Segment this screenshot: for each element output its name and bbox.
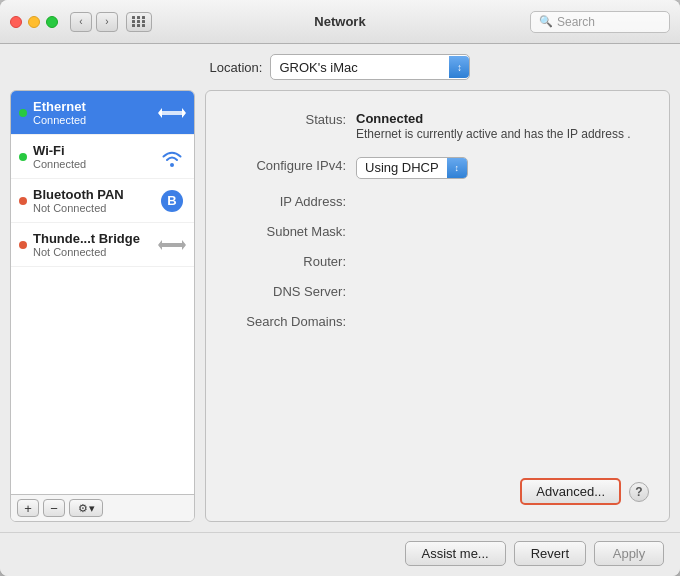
status-value: Connected [356,111,649,126]
status-desc2: . [627,127,630,141]
assist-me-button[interactable]: Assist me... [405,541,506,566]
configure-row: Configure IPv4: Using DHCP ↕ [226,157,649,179]
grid-button[interactable] [126,12,152,32]
bluetooth-status: Not Connected [33,202,154,214]
bluetooth-name: Bluetooth PAN [33,187,154,202]
network-settings-button[interactable]: ⚙ ▾ [69,499,103,517]
wifi-icon [160,147,184,167]
close-button[interactable] [10,16,22,28]
grid-icon [132,16,146,27]
status-desc-text: Ethernet is currently active and has the… [356,127,624,141]
status-row: Status: Connected Ethernet is currently … [226,111,649,143]
sidebar-item-thunderbolt[interactable]: Thunde...t Bridge Not Connected [11,223,194,267]
ip-address-label: IP Address: [226,193,356,209]
minimize-button[interactable] [28,16,40,28]
subnet-mask-row: Subnet Mask: [226,223,649,239]
gear-arrow-icon: ▾ [89,502,95,515]
forward-button[interactable]: › [96,12,118,32]
search-box[interactable]: 🔍 Search [530,11,670,33]
ethernet-status: Connected [33,114,154,126]
ethernet-status-dot [19,109,27,117]
sidebar-item-bluetooth[interactable]: Bluetooth PAN Not Connected B [11,179,194,223]
bluetooth-status-dot [19,197,27,205]
ip-address-row: IP Address: [226,193,649,209]
svg-marker-5 [158,240,162,250]
bluetooth-icon-container: B [158,187,186,215]
wifi-name: Wi-Fi [33,143,154,158]
status-block: Connected Ethernet is currently active a… [356,111,649,143]
configure-value: Using DHCP [357,160,447,175]
location-bar: Location: GROK's iMac ↕ [0,44,680,90]
thunderbolt-icon-container [158,231,186,259]
window-title: Network [314,14,365,29]
bluetooth-icon: B [161,190,183,212]
thunderbolt-name: Thunde...t Bridge [33,231,154,246]
svg-point-3 [170,163,174,167]
router-row: Router: [226,253,649,269]
wifi-text: Wi-Fi Connected [33,143,154,170]
svg-marker-1 [158,108,162,118]
titlebar: ‹ › Network 🔍 Search [0,0,680,44]
thunderbolt-status: Not Connected [33,246,154,258]
dns-row: DNS Server: [226,283,649,299]
location-label: Location: [210,60,263,75]
bottom-bar: Assist me... Revert Apply [0,532,680,576]
dns-label: DNS Server: [226,283,356,299]
wifi-status-dot [19,153,27,161]
traffic-lights [10,16,58,28]
location-value: GROK's iMac [279,60,449,75]
remove-network-button[interactable]: − [43,499,65,517]
thunderbolt-arrows-icon [158,236,186,254]
maximize-button[interactable] [46,16,58,28]
configure-label: Configure IPv4: [226,157,356,173]
svg-rect-0 [159,111,185,115]
svg-rect-4 [159,243,185,247]
sidebar: Ethernet Connected Wi- [10,90,195,522]
thunderbolt-text: Thunde...t Bridge Not Connected [33,231,154,258]
ethernet-icon [158,99,186,127]
search-icon: 🔍 [539,15,553,28]
wifi-icon-container [158,143,186,171]
ethernet-name: Ethernet [33,99,154,114]
nav-buttons: ‹ › [70,12,118,32]
location-dropdown[interactable]: GROK's iMac ↕ [270,54,470,80]
ethernet-text: Ethernet Connected [33,99,154,126]
network-list: Ethernet Connected Wi- [11,91,194,494]
add-network-button[interactable]: + [17,499,39,517]
configure-ipv4-dropdown[interactable]: Using DHCP ↕ [356,157,468,179]
sidebar-item-wifi[interactable]: Wi-Fi Connected [11,135,194,179]
help-button[interactable]: ? [629,482,649,502]
detail-panel: Status: Connected Ethernet is currently … [205,90,670,522]
search-domains-row: Search Domains: [226,313,649,329]
main-content: Ethernet Connected Wi- [0,90,680,532]
sidebar-item-ethernet[interactable]: Ethernet Connected [11,91,194,135]
apply-button[interactable]: Apply [594,541,664,566]
network-details: Status: Connected Ethernet is currently … [226,111,649,468]
svg-marker-6 [182,240,186,250]
router-label: Router: [226,253,356,269]
gear-icon: ⚙ [78,502,88,515]
subnet-mask-label: Subnet Mask: [226,223,356,239]
status-label: Status: [226,111,356,127]
advanced-button[interactable]: Advanced... [520,478,621,505]
ethernet-arrows-icon [158,104,186,122]
location-arrow-icon: ↕ [449,56,469,78]
bluetooth-text: Bluetooth PAN Not Connected [33,187,154,214]
revert-button[interactable]: Revert [514,541,586,566]
advanced-row: Advanced... ? [226,478,649,505]
back-button[interactable]: ‹ [70,12,92,32]
status-description: Ethernet is currently active and has the… [356,126,649,143]
wifi-status: Connected [33,158,154,170]
svg-marker-2 [182,108,186,118]
network-window: ‹ › Network 🔍 Search Location: GROK's iM… [0,0,680,576]
thunderbolt-status-dot [19,241,27,249]
sidebar-controls: + − ⚙ ▾ [11,494,194,521]
search-domains-label: Search Domains: [226,313,356,329]
search-label: Search [557,15,595,29]
configure-arrow-icon: ↕ [447,157,467,179]
